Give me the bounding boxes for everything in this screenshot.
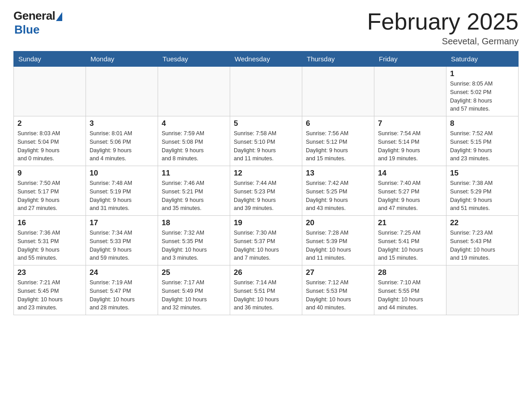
- day-info: Sunrise: 7:46 AM Sunset: 5:21 PM Dayligh…: [162, 179, 226, 213]
- calendar-cell: 1Sunrise: 8:05 AM Sunset: 5:02 PM Daylig…: [446, 67, 519, 116]
- day-info: Sunrise: 7:19 AM Sunset: 5:47 PM Dayligh…: [90, 278, 154, 312]
- calendar-cell: 24Sunrise: 7:19 AM Sunset: 5:47 PM Dayli…: [86, 265, 158, 315]
- calendar-cell: 22Sunrise: 7:23 AM Sunset: 5:43 PM Dayli…: [446, 216, 519, 265]
- calendar-cell: 14Sunrise: 7:40 AM Sunset: 5:27 PM Dayli…: [374, 166, 446, 216]
- day-number: 14: [378, 169, 442, 178]
- logo-blue-text: Blue: [14, 23, 39, 37]
- day-number: 21: [378, 218, 442, 227]
- logo-top: General: [13, 9, 62, 23]
- day-header-friday: Friday: [374, 51, 446, 67]
- day-info: Sunrise: 7:17 AM Sunset: 5:49 PM Dayligh…: [162, 278, 226, 312]
- calendar-cell: 20Sunrise: 7:28 AM Sunset: 5:39 PM Dayli…: [302, 216, 374, 265]
- day-header-wednesday: Wednesday: [230, 51, 302, 67]
- day-info: Sunrise: 7:25 AM Sunset: 5:41 PM Dayligh…: [378, 229, 442, 262]
- calendar-cell: 28Sunrise: 7:10 AM Sunset: 5:55 PM Dayli…: [374, 265, 446, 315]
- week-row-4: 16Sunrise: 7:36 AM Sunset: 5:31 PM Dayli…: [14, 216, 519, 265]
- day-info: Sunrise: 7:50 AM Sunset: 5:17 PM Dayligh…: [17, 179, 82, 213]
- day-info: Sunrise: 7:10 AM Sunset: 5:55 PM Dayligh…: [378, 278, 442, 312]
- calendar-cell: 21Sunrise: 7:25 AM Sunset: 5:41 PM Dayli…: [374, 216, 446, 265]
- calendar-cell: 4Sunrise: 7:59 AM Sunset: 5:08 PM Daylig…: [158, 116, 230, 166]
- day-header-thursday: Thursday: [302, 51, 374, 67]
- day-number: 3: [90, 119, 154, 128]
- calendar-cell: 9Sunrise: 7:50 AM Sunset: 5:17 PM Daylig…: [14, 166, 86, 216]
- title-area: February 2025 Seevetal, Germany: [367, 9, 519, 47]
- calendar-cell: 10Sunrise: 7:48 AM Sunset: 5:19 PM Dayli…: [86, 166, 158, 216]
- day-number: 22: [450, 218, 515, 227]
- day-info: Sunrise: 7:36 AM Sunset: 5:31 PM Dayligh…: [17, 229, 82, 262]
- day-number: 16: [17, 218, 82, 227]
- day-info: Sunrise: 7:59 AM Sunset: 5:08 PM Dayligh…: [162, 129, 226, 163]
- logo-general-text: General: [13, 9, 55, 23]
- day-number: 25: [162, 268, 226, 277]
- day-number: 26: [234, 268, 298, 277]
- calendar-cell: [14, 67, 86, 116]
- day-info: Sunrise: 7:40 AM Sunset: 5:27 PM Dayligh…: [378, 179, 442, 213]
- day-info: Sunrise: 7:12 AM Sunset: 5:53 PM Dayligh…: [306, 278, 370, 312]
- calendar-cell: 5Sunrise: 7:58 AM Sunset: 5:10 PM Daylig…: [230, 116, 302, 166]
- calendar-cell: 11Sunrise: 7:46 AM Sunset: 5:21 PM Dayli…: [158, 166, 230, 216]
- calendar-cell: 26Sunrise: 7:14 AM Sunset: 5:51 PM Dayli…: [230, 265, 302, 315]
- day-header-monday: Monday: [86, 51, 158, 67]
- day-info: Sunrise: 7:21 AM Sunset: 5:45 PM Dayligh…: [17, 278, 82, 312]
- week-row-1: 1Sunrise: 8:05 AM Sunset: 5:02 PM Daylig…: [14, 67, 519, 116]
- day-number: 27: [306, 268, 370, 277]
- day-info: Sunrise: 7:58 AM Sunset: 5:10 PM Dayligh…: [234, 129, 298, 163]
- day-number: 12: [234, 169, 298, 178]
- day-number: 19: [234, 218, 298, 227]
- week-row-2: 2Sunrise: 8:03 AM Sunset: 5:04 PM Daylig…: [14, 116, 519, 166]
- day-number: 1: [450, 69, 515, 78]
- calendar-cell: [158, 67, 230, 116]
- day-number: 2: [17, 119, 82, 128]
- calendar-cell: 18Sunrise: 7:32 AM Sunset: 5:35 PM Dayli…: [158, 216, 230, 265]
- day-header-saturday: Saturday: [446, 51, 519, 67]
- calendar-cell: 23Sunrise: 7:21 AM Sunset: 5:45 PM Dayli…: [14, 265, 86, 315]
- calendar-cell: 7Sunrise: 7:54 AM Sunset: 5:14 PM Daylig…: [374, 116, 446, 166]
- calendar-cell: [446, 265, 519, 315]
- day-info: Sunrise: 7:23 AM Sunset: 5:43 PM Dayligh…: [450, 229, 515, 262]
- calendar-cell: 17Sunrise: 7:34 AM Sunset: 5:33 PM Dayli…: [86, 216, 158, 265]
- day-number: 17: [90, 218, 154, 227]
- day-number: 23: [17, 268, 82, 277]
- day-number: 15: [450, 169, 515, 178]
- calendar-cell: [302, 67, 374, 116]
- day-info: Sunrise: 7:42 AM Sunset: 5:25 PM Dayligh…: [306, 179, 370, 213]
- day-number: 10: [90, 169, 154, 178]
- day-number: 11: [162, 169, 226, 178]
- day-info: Sunrise: 7:38 AM Sunset: 5:29 PM Dayligh…: [450, 179, 515, 213]
- day-info: Sunrise: 7:34 AM Sunset: 5:33 PM Dayligh…: [90, 229, 154, 262]
- calendar-cell: 25Sunrise: 7:17 AM Sunset: 5:49 PM Dayli…: [158, 265, 230, 315]
- day-number: 20: [306, 218, 370, 227]
- week-row-5: 23Sunrise: 7:21 AM Sunset: 5:45 PM Dayli…: [14, 265, 519, 315]
- day-number: 18: [162, 218, 226, 227]
- calendar-cell: 15Sunrise: 7:38 AM Sunset: 5:29 PM Dayli…: [446, 166, 519, 216]
- calendar-cell: 16Sunrise: 7:36 AM Sunset: 5:31 PM Dayli…: [14, 216, 86, 265]
- day-header-sunday: Sunday: [14, 51, 86, 67]
- day-number: 24: [90, 268, 154, 277]
- page-header: General Blue February 2025 Seevetal, Ger…: [13, 9, 519, 47]
- day-info: Sunrise: 7:32 AM Sunset: 5:35 PM Dayligh…: [162, 229, 226, 262]
- logo-triangle-icon: [56, 12, 62, 21]
- calendar-cell: 8Sunrise: 7:52 AM Sunset: 5:15 PM Daylig…: [446, 116, 519, 166]
- day-info: Sunrise: 7:54 AM Sunset: 5:14 PM Dayligh…: [378, 129, 442, 163]
- calendar-table: SundayMondayTuesdayWednesdayThursdayFrid…: [13, 51, 519, 315]
- calendar-cell: [86, 67, 158, 116]
- day-info: Sunrise: 7:14 AM Sunset: 5:51 PM Dayligh…: [234, 278, 298, 312]
- day-info: Sunrise: 7:30 AM Sunset: 5:37 PM Dayligh…: [234, 229, 298, 262]
- day-info: Sunrise: 7:28 AM Sunset: 5:39 PM Dayligh…: [306, 229, 370, 262]
- day-number: 28: [378, 268, 442, 277]
- calendar-cell: 6Sunrise: 7:56 AM Sunset: 5:12 PM Daylig…: [302, 116, 374, 166]
- calendar-cell: 27Sunrise: 7:12 AM Sunset: 5:53 PM Dayli…: [302, 265, 374, 315]
- logo: General Blue: [13, 9, 62, 37]
- calendar-cell: 13Sunrise: 7:42 AM Sunset: 5:25 PM Dayli…: [302, 166, 374, 216]
- day-info: Sunrise: 8:01 AM Sunset: 5:06 PM Dayligh…: [90, 129, 154, 163]
- days-header-row: SundayMondayTuesdayWednesdayThursdayFrid…: [14, 51, 519, 67]
- day-number: 6: [306, 119, 370, 128]
- day-number: 5: [234, 119, 298, 128]
- day-header-tuesday: Tuesday: [158, 51, 230, 67]
- calendar-cell: 3Sunrise: 8:01 AM Sunset: 5:06 PM Daylig…: [86, 116, 158, 166]
- calendar-cell: [374, 67, 446, 116]
- calendar-cell: 19Sunrise: 7:30 AM Sunset: 5:37 PM Dayli…: [230, 216, 302, 265]
- calendar-title: February 2025: [367, 9, 519, 34]
- day-info: Sunrise: 7:44 AM Sunset: 5:23 PM Dayligh…: [234, 179, 298, 213]
- calendar-cell: 12Sunrise: 7:44 AM Sunset: 5:23 PM Dayli…: [230, 166, 302, 216]
